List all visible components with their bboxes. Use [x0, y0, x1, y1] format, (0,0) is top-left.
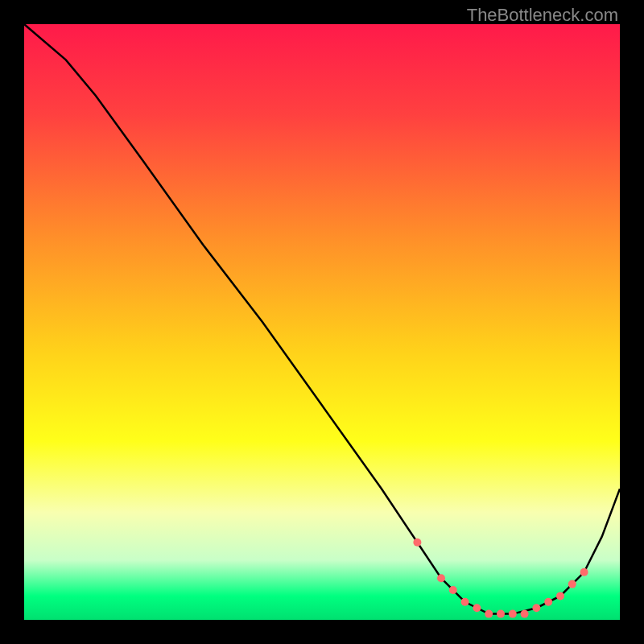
plot-area: [24, 24, 620, 620]
data-point: [449, 586, 457, 594]
data-point: [580, 568, 588, 576]
data-point: [568, 580, 576, 588]
bottleneck-curve: [24, 24, 620, 614]
frame-bottom: [0, 620, 644, 644]
data-point: [437, 574, 445, 582]
attribution-text: TheBottleneck.com: [467, 5, 618, 26]
data-points-group: [413, 539, 588, 618]
data-point: [532, 604, 540, 612]
data-point: [556, 592, 564, 600]
curve-layer: [24, 24, 620, 620]
frame-left: [0, 0, 24, 644]
data-point: [461, 598, 469, 606]
data-point: [485, 610, 493, 618]
data-point: [413, 539, 421, 547]
data-point: [497, 610, 505, 618]
frame-right: [620, 0, 644, 644]
data-point: [544, 598, 552, 606]
data-point: [521, 610, 529, 618]
data-point: [509, 610, 517, 618]
data-point: [473, 604, 481, 612]
